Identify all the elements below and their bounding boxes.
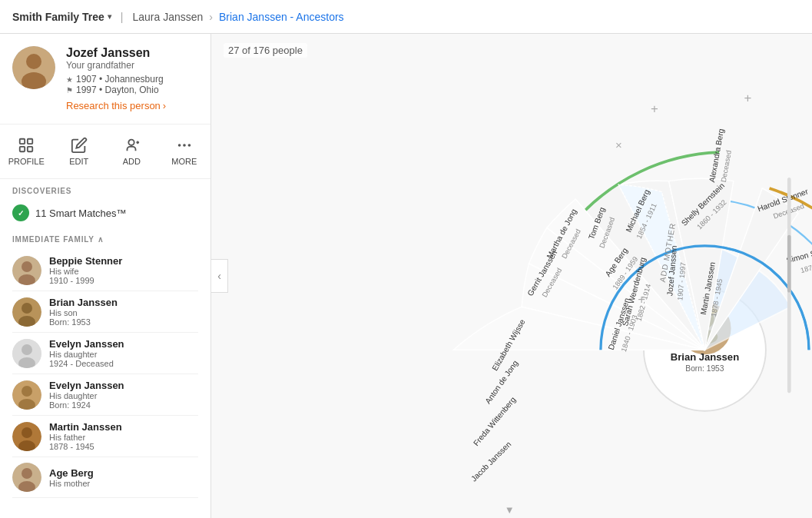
avatar [12, 422, 41, 451]
svg-text:Born: 1953: Born: 1953 [685, 364, 724, 373]
svg-text:+: + [638, 292, 645, 307]
avatar [12, 463, 41, 492]
fan-chart: Brian Janssen Born: 1953 [211, 34, 812, 518]
svg-text:Brian Janssen: Brian Janssen [671, 351, 739, 363]
family-list: Beppie Stenner His wife 1910 - 1999 Bria… [12, 250, 198, 498]
breadcrumb-arrow: › [209, 11, 213, 23]
person-card: Jozef Janssen Your grandfather 1907 • Jo… [0, 34, 210, 125]
avatar [12, 297, 41, 327]
family-member-years: Born: 1953 [49, 317, 198, 327]
svg-point-17 [22, 303, 32, 314]
family-collapse-icon[interactable]: ∧ [98, 235, 104, 244]
family-member-name: Age Berg [49, 467, 198, 479]
person-info: Jozef Janssen Your grandfather 1907 • Jo… [66, 46, 198, 111]
action-buttons: PROFILE EDIT ADD [0, 125, 210, 179]
svg-rect-5 [20, 147, 25, 151]
separator-1: | [121, 11, 124, 23]
person-death: 1997 • Dayton, Ohio [66, 85, 198, 95]
family-member-name: Martin Janssen [49, 421, 198, 433]
svg-rect-3 [20, 139, 25, 144]
svg-text:×: × [615, 138, 622, 151]
main-layout: Jozef Janssen Your grandfather 1907 • Jo… [0, 34, 812, 518]
svg-text:Deceased: Deceased [720, 150, 733, 183]
tree-dropdown-icon[interactable]: ▾ [108, 12, 111, 21]
profile-button[interactable]: PROFILE [0, 131, 53, 172]
family-member-years: 1910 - 1999 [49, 276, 198, 285]
discoveries-section: DISCOVERIES ✓ 11 Smart Matches™ [0, 179, 210, 229]
avatar [12, 46, 55, 89]
family-member-years: 1878 - 1945 [49, 442, 198, 451]
smart-matches-label: 11 Smart Matches™ [35, 208, 127, 219]
collapse-sidebar-button[interactable]: ‹ [211, 259, 228, 293]
family-member-role: His daughter [49, 391, 198, 400]
svg-point-7 [129, 140, 134, 145]
person-name: Jozef Janssen [66, 46, 198, 60]
tree-counter: 27 of 176 people [224, 43, 307, 58]
family-member-name: Evelyn Janssen [49, 338, 198, 350]
family-member-role: His wife [49, 267, 198, 276]
svg-rect-82 [787, 235, 791, 293]
svg-text:Freda Wittenberg: Freda Wittenberg [472, 395, 518, 447]
breadcrumb-current: Brian Janssen - Ancestors [219, 11, 344, 23]
more-button[interactable]: MORE [158, 131, 211, 172]
family-member-role: His mother [49, 479, 198, 488]
immediate-family-section: IMMEDIATE FAMILY ∧ Beppie Stenner His wi… [0, 229, 210, 503]
edit-button[interactable]: EDIT [53, 131, 106, 172]
family-member-role: His daughter [49, 350, 198, 359]
tree-area[interactable]: 27 of 176 people ‹ Brian Janssen Born: 1… [211, 34, 812, 518]
research-link[interactable]: Research this person › [66, 100, 198, 111]
svg-point-26 [22, 427, 32, 438]
svg-text:▼: ▼ [505, 504, 515, 516]
family-member-role: His father [49, 433, 198, 442]
smart-matches[interactable]: ✓ 11 Smart Matches™ [12, 201, 198, 224]
list-item[interactable]: Brian Janssen His son Born: 1953 [12, 291, 198, 333]
person-birth: 1907 • Johannesburg [66, 74, 198, 85]
svg-rect-4 [28, 139, 32, 144]
svg-point-23 [22, 386, 32, 397]
family-member-years: Born: 1924 [49, 400, 198, 410]
breadcrumb-person[interactable]: Laura Janssen [132, 11, 203, 23]
list-item[interactable]: Beppie Stenner His wife 1910 - 1999 [12, 250, 198, 291]
tree-title[interactable]: Smith Family Tree ▾ [12, 11, 111, 23]
add-button[interactable]: ADD [105, 131, 158, 172]
list-item[interactable]: Evelyn Janssen His daughter 1924 - Decea… [12, 333, 198, 374]
family-member-name: Evelyn Janssen [49, 380, 198, 391]
svg-point-12 [187, 144, 191, 147]
family-member-name: Beppie Stenner [49, 255, 198, 267]
svg-point-14 [22, 261, 32, 272]
svg-text:+: + [651, 101, 658, 116]
svg-point-29 [22, 468, 32, 479]
person-relation: Your grandfather [66, 60, 198, 71]
avatar [12, 256, 41, 285]
family-member-role: His son [49, 308, 198, 317]
avatar [12, 380, 41, 410]
svg-point-11 [183, 144, 186, 147]
smart-matches-icon: ✓ [12, 204, 29, 221]
tree-name-label: Smith Family Tree [12, 11, 104, 23]
svg-point-20 [22, 344, 32, 355]
app-header: Smith Family Tree ▾ | Laura Janssen › Br… [0, 0, 812, 34]
list-item[interactable]: Martin Janssen His father 1878 - 1945 [12, 416, 198, 457]
svg-text:+: + [744, 91, 752, 105]
list-item[interactable]: Evelyn Janssen His daughter Born: 1924 [12, 374, 198, 416]
svg-rect-6 [28, 147, 32, 151]
family-member-years: 1924 - Deceased [49, 359, 198, 368]
immediate-family-label: IMMEDIATE FAMILY ∧ [12, 235, 198, 244]
sidebar: Jozef Janssen Your grandfather 1907 • Jo… [0, 34, 211, 518]
list-item[interactable]: Age Berg His mother [12, 457, 198, 498]
avatar [12, 339, 41, 368]
discoveries-label: DISCOVERIES [12, 187, 198, 195]
svg-point-1 [26, 54, 41, 69]
svg-point-10 [178, 144, 181, 147]
family-member-name: Brian Janssen [49, 297, 198, 308]
